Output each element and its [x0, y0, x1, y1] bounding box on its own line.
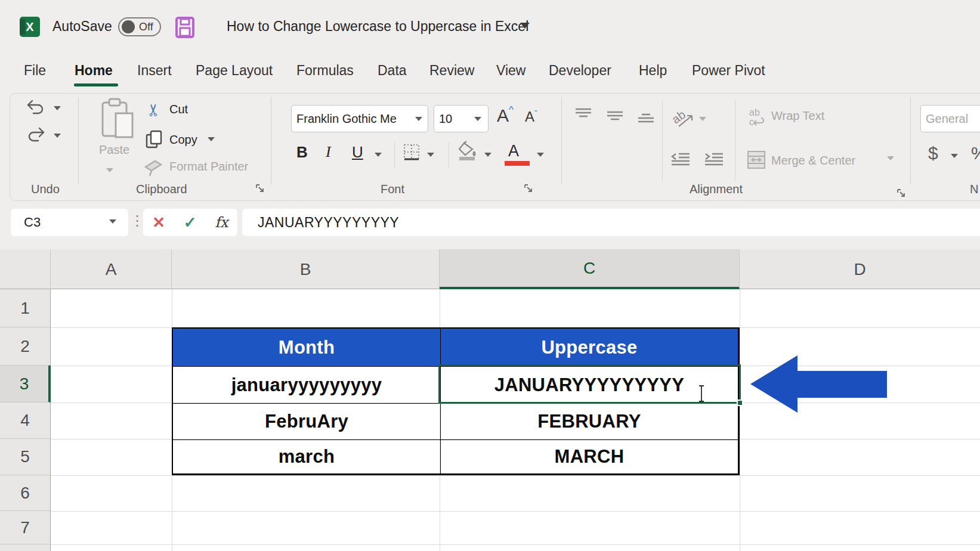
- cell-C5[interactable]: MARCH: [441, 440, 738, 474]
- fill-color-icon[interactable]: [457, 141, 478, 161]
- row-header-5[interactable]: 5: [0, 439, 51, 475]
- gridline: [740, 289, 740, 551]
- undo-dropdown-icon[interactable]: [54, 106, 61, 110]
- cut-label[interactable]: Cut: [169, 103, 188, 116]
- save-icon[interactable]: [175, 17, 194, 38]
- row-header-3[interactable]: 3: [0, 366, 51, 403]
- cut-icon[interactable]: ✂: [144, 103, 163, 117]
- merge-center-dropdown-icon[interactable]: [887, 156, 894, 160]
- bold-button[interactable]: B: [296, 143, 308, 162]
- tab-review[interactable]: Review: [429, 63, 474, 79]
- tab-page-layout[interactable]: Page Layout: [196, 63, 273, 79]
- cell-B5[interactable]: march: [173, 440, 441, 474]
- paste-icon[interactable]: [99, 98, 136, 140]
- italic-button[interactable]: I: [326, 143, 331, 161]
- font-color-dropdown-icon[interactable]: [537, 153, 544, 157]
- tab-help[interactable]: Help: [639, 63, 667, 79]
- font-size-dropdown-icon[interactable]: [474, 117, 481, 121]
- currency-format-button[interactable]: $: [928, 143, 938, 163]
- row-header-1[interactable]: 1: [0, 289, 51, 327]
- tab-developer[interactable]: Developer: [549, 63, 611, 79]
- borders-dropdown-icon[interactable]: [427, 153, 434, 157]
- tab-data[interactable]: Data: [378, 63, 407, 79]
- gridline: [51, 511, 980, 512]
- row-header-8-partial[interactable]: [0, 544, 51, 551]
- cell-C2[interactable]: Uppercase: [441, 329, 738, 367]
- row-header-2[interactable]: 2: [0, 327, 51, 366]
- selected-cell-border: [438, 364, 741, 404]
- copy-icon[interactable]: [146, 130, 163, 149]
- document-title[interactable]: How to Change Lowercase to Uppercase in …: [227, 18, 528, 35]
- insert-function-icon[interactable]: fx: [215, 214, 228, 231]
- align-top-icon[interactable]: [574, 107, 592, 123]
- cell-B3[interactable]: januaryyyyyyyyy: [173, 367, 441, 404]
- decrease-font-size-button[interactable]: Aˇ: [525, 109, 537, 125]
- font-name-combo[interactable]: Franklin Gothic Me: [291, 105, 428, 132]
- tab-power-pivot[interactable]: Power Pivot: [692, 63, 765, 79]
- font-color-icon[interactable]: A: [508, 142, 519, 160]
- column-header-a[interactable]: A: [51, 249, 172, 289]
- tab-formulas[interactable]: Formulas: [296, 63, 354, 79]
- font-name-dropdown-icon[interactable]: [415, 117, 422, 121]
- column-header-b[interactable]: B: [172, 249, 440, 289]
- decrease-indent-icon[interactable]: [670, 151, 691, 169]
- clipboard-dialog-launcher-icon[interactable]: [255, 184, 265, 193]
- orientation-icon[interactable]: ab: [673, 107, 697, 130]
- title-dropdown-icon[interactable]: [520, 23, 530, 29]
- borders-icon[interactable]: [403, 143, 421, 161]
- copy-dropdown-icon[interactable]: [208, 137, 215, 141]
- redo-dropdown-icon[interactable]: [54, 134, 61, 138]
- name-box-value: C3: [24, 215, 41, 230]
- row-header-4[interactable]: 4: [0, 403, 51, 439]
- merge-center-icon[interactable]: [747, 150, 766, 169]
- increase-indent-icon[interactable]: [704, 151, 724, 169]
- paste-dropdown-icon[interactable]: [106, 168, 113, 172]
- column-header-d[interactable]: D: [740, 249, 980, 289]
- font-color-bar: [505, 161, 530, 166]
- enter-icon[interactable]: ✓: [184, 213, 197, 232]
- svg-text:ab: ab: [673, 108, 688, 126]
- cancel-icon[interactable]: ✕: [152, 213, 165, 232]
- name-box-dropdown-icon[interactable]: [109, 219, 116, 224]
- format-painter-icon[interactable]: [143, 159, 163, 178]
- undo-group-label: Undo: [31, 182, 60, 196]
- copy-label[interactable]: Copy: [169, 133, 197, 147]
- cell-C4[interactable]: FEBRUARY: [441, 404, 738, 440]
- cell-B2[interactable]: Month: [173, 329, 441, 367]
- tab-view[interactable]: View: [496, 63, 525, 79]
- group-separator: [78, 97, 79, 184]
- fill-color-dropdown-icon[interactable]: [484, 153, 491, 157]
- row-header-6[interactable]: 6: [0, 475, 51, 511]
- format-painter-label[interactable]: Format Painter: [169, 160, 248, 174]
- undo-button[interactable]: [25, 99, 47, 117]
- align-bottom-icon[interactable]: [637, 110, 655, 125]
- align-middle-icon[interactable]: [606, 109, 624, 124]
- cell-B4[interactable]: FebruAry: [173, 404, 441, 440]
- tab-insert[interactable]: Insert: [137, 63, 172, 79]
- formula-input[interactable]: JANUARYYYYYYYYY: [242, 209, 980, 236]
- column-header-c[interactable]: C: [440, 249, 740, 289]
- merge-center-label[interactable]: Merge & Center: [771, 154, 855, 168]
- font-dialog-launcher-icon[interactable]: [524, 184, 533, 193]
- separator: [735, 100, 735, 181]
- autosave-toggle[interactable]: Off: [118, 17, 161, 36]
- number-format-combo[interactable]: General: [920, 105, 980, 132]
- tab-file[interactable]: File: [24, 63, 46, 79]
- wrap-text-icon[interactable]: ab c: [748, 107, 767, 128]
- underline-button[interactable]: U: [352, 143, 363, 162]
- row-header-7[interactable]: 7: [0, 511, 51, 544]
- underline-dropdown-icon[interactable]: [375, 153, 382, 157]
- increase-font-size-button[interactable]: A^: [497, 104, 514, 126]
- select-all-button[interactable]: [0, 249, 51, 289]
- tab-home[interactable]: Home: [75, 63, 113, 79]
- fill-handle[interactable]: [737, 400, 743, 406]
- formula-bar-grip-icon[interactable]: ⋮: [130, 212, 144, 229]
- currency-dropdown-icon[interactable]: [951, 154, 958, 158]
- paste-label[interactable]: Paste: [99, 143, 129, 157]
- wrap-text-label[interactable]: Wrap Text: [771, 109, 824, 123]
- percent-format-button[interactable]: %: [971, 143, 980, 163]
- alignment-dialog-launcher-icon[interactable]: [896, 188, 906, 198]
- redo-button[interactable]: [25, 126, 47, 144]
- orientation-dropdown-icon[interactable]: [699, 117, 706, 121]
- excel-app-icon[interactable]: X: [20, 17, 40, 37]
